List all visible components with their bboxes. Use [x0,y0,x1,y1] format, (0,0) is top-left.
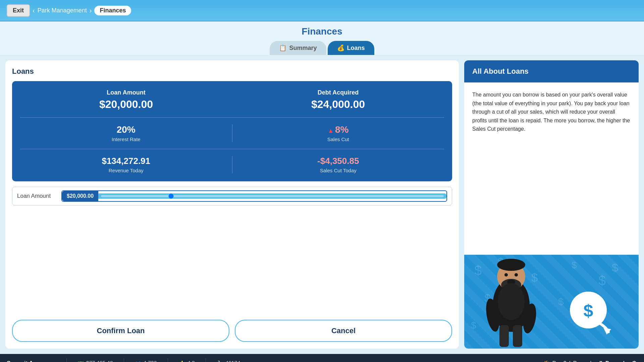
status-divider-4 [206,358,206,362]
sales-cut-today-col: -$4,350.85 Sales Cut Today [232,156,444,173]
exit-button[interactable]: Exit [7,4,30,17]
left-panel-title: Loans [12,67,452,76]
money-icon: 💵 [77,360,84,362]
loan-amount-col: Loan Amount $20,000.00 [99,89,153,111]
sales-cut-today-label: Sales Cut Today [232,168,444,173]
nav-chevron: ‹ [33,7,35,14]
day-icon: ☀️ [543,360,550,362]
park-name: Summit Awesome [7,360,56,362]
slider-track-container[interactable] [98,193,446,199]
sales-cut-col: ▲8% Sales Cut [232,124,444,142]
right-panel: All About Loans The amount you can borro… [464,60,639,349]
svg-rect-20 [499,325,509,347]
loan-amount-value: $20,000.00 [99,98,153,111]
svg-text:$: $ [471,320,476,330]
svg-point-13 [497,259,525,271]
status-divider-1 [66,358,67,362]
debt-acquired-value: $24,000.00 [311,98,365,111]
svg-text:$: $ [612,261,618,274]
page-title: Finances [302,26,342,37]
loan-amount-label: Loan Amount [99,89,153,96]
status-bar: Summit Awesome 💵 $77,465.42 👥 4,720 ⭐ 4.… [0,354,644,362]
main-content: Loans Loan Amount $20,000.00 Debt Acquir… [0,55,644,354]
page-title-area: Finances 📋 Summary 💰 Loans [0,21,644,55]
svg-text:$: $ [558,296,564,307]
interest-rate-label: Interest Rate [20,136,232,142]
sales-cut-value: ▲8% [232,124,444,135]
status-divider-3 [168,358,168,362]
nav-current: Finances [94,6,131,15]
left-panel: Loans Loan Amount $20,000.00 Debt Acquir… [5,60,459,349]
slider-row: Loan Amount $20,000.00 [12,187,452,205]
summary-tab-label: Summary [289,45,317,52]
right-panel-body: The amount you can borrow is based on yo… [464,82,639,255]
loan-amount-slider[interactable] [101,195,444,197]
interest-rate-value: 20% [20,124,232,135]
pause-icon: ⏸ [598,360,603,362]
summary-tab-icon: 📋 [279,44,286,52]
stat4-icon: 🔧 [217,360,223,362]
loans-tab-label: Loans [347,45,365,52]
svg-point-16 [515,273,518,277]
info-text: The amount you can borrow is based on yo… [472,90,631,133]
rating-icon: ⭐ [179,360,185,362]
right-panel-header: All About Loans [464,60,639,82]
stat4-status: 🔧 46174 [217,360,240,362]
warning-icon: ▲ [328,127,334,134]
dollar-circle-illustration: $ [565,288,612,335]
svg-point-15 [504,273,508,277]
interest-rate-col: 20% Interest Rate [20,124,232,142]
confirm-loan-button[interactable]: Confirm Loan [12,320,229,342]
loans-card: Loan Amount $20,000.00 Debt Acquired $24… [12,81,452,181]
loans-tab-icon: 💰 [337,44,344,52]
svg-text:$: $ [598,273,606,288]
top-nav: Exit ‹ Park Management › Finances [0,0,644,21]
settings-icon[interactable]: ⚙ [631,359,637,362]
right-panel-title: All About Loans [472,67,631,76]
revenue-today-value: $134,272.91 [20,156,232,166]
slider-value-display: $20,000.00 [62,191,98,201]
svg-point-22 [498,283,525,320]
visitors-status: 👥 4,720 [135,360,157,362]
day-info: ☀️ Day 3 | Paused [543,360,591,362]
svg-marker-25 [603,328,611,335]
cancel-button[interactable]: Cancel [235,320,452,342]
visitors-icon: 👥 [135,360,142,362]
paused-label: Paused [573,360,591,362]
nav-park-management[interactable]: Park Management [38,7,87,14]
revenue-today-label: Revenue Today [20,168,232,173]
sales-cut-label: Sales Cut [232,136,444,142]
illustration-area: $ $ $ $ $ $ $ $ $ $ $ [464,255,639,349]
debt-acquired-label: Debt Acquired [311,89,365,96]
svg-rect-21 [513,325,522,347]
paused-text: Paused [605,360,625,362]
svg-text:$: $ [572,260,577,270]
loans-mid-row: 20% Interest Rate ▲8% Sales Cut [20,124,444,149]
tab-summary[interactable]: 📋 Summary [270,41,326,55]
character-illustration [478,258,545,349]
debt-acquired-col: Debt Acquired $24,000.00 [311,89,365,111]
money-value: $77,465.42 [86,360,113,362]
rating-value: 4.3 [187,360,195,362]
money-status: 💵 $77,465.42 [77,360,113,362]
visitors-value: 4,720 [144,360,157,362]
loans-top-row: Loan Amount $20,000.00 Debt Acquired $24… [20,89,444,118]
svg-text:$: $ [584,301,593,320]
rating-status: ⭐ 4.3 [179,360,195,362]
nav-chevron-2: › [90,7,92,14]
tabs-row: 📋 Summary 💰 Loans [270,41,374,55]
day-divider: | [569,360,571,362]
day-label: Day 3 [552,360,567,362]
slider-label: Loan Amount [17,193,57,199]
sales-cut-today-value: -$4,350.85 [232,156,444,166]
buttons-row: Confirm Loan Cancel [12,320,452,342]
status-divider-2 [124,358,124,362]
loans-bottom-row: $134,272.91 Revenue Today -$4,350.85 Sal… [20,156,444,173]
stat4-value: 46174 [225,360,240,362]
revenue-today-col: $134,272.91 Revenue Today [20,156,232,173]
tab-loans[interactable]: 💰 Loans [328,41,374,55]
status-right: ☀️ Day 3 | Paused ⏸ Paused ⚙ [543,359,637,362]
paused-badge[interactable]: ⏸ Paused [598,360,625,362]
